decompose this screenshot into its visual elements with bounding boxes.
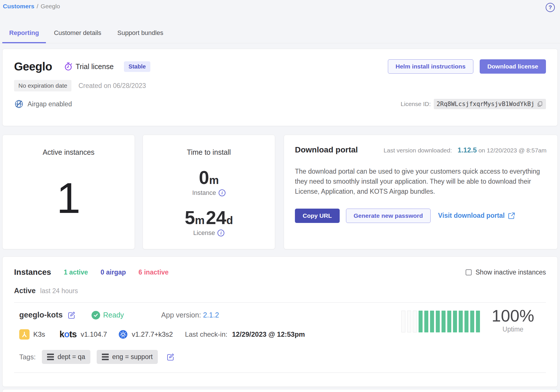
kots-logo: kots [59, 329, 77, 340]
tag-icon [47, 354, 54, 360]
license-install-label: License [193, 229, 215, 237]
help-icon[interactable]: ? [546, 3, 555, 12]
active-instances-card: Active instances 1 [2, 135, 135, 249]
download-portal-description: The download portal can be used to give … [295, 166, 549, 197]
active-section-label: Active [14, 287, 36, 295]
generate-new-password-button[interactable]: Generate new password [346, 209, 431, 223]
uptime-bar-filled [436, 311, 440, 332]
time-to-install-card: Time to install 0m Instance i 5m 24d Lic… [143, 135, 275, 249]
active-section-sublabel: last 24 hours [40, 287, 78, 295]
uptime-summary: 100% Uptime [489, 307, 537, 333]
uptime-bar-filled [470, 311, 474, 332]
license-info-icon[interactable]: i [217, 230, 224, 236]
uptime-bar-filled [442, 311, 446, 332]
airgap-globe-icon [14, 99, 24, 109]
breadcrumb-current: Geeglo [41, 3, 60, 10]
copy-icon[interactable] [537, 101, 543, 107]
uptime-bar-filled [464, 311, 468, 332]
copy-url-button[interactable]: Copy URL [295, 209, 340, 223]
instances-title: Instances [14, 268, 51, 277]
k8s-version: v1.27.7+k3s2 [132, 330, 173, 338]
k3s-icon [19, 329, 30, 340]
active-instances-title: Active instances [3, 148, 135, 156]
time-to-install-title: Time to install [143, 148, 275, 156]
active-instances-value: 1 [3, 177, 135, 219]
customer-header-card: Geeglo Trial license Stable Helm install… [2, 49, 558, 126]
tab-support-bundles[interactable]: Support bundles [109, 25, 171, 43]
uptime-bar-empty [401, 311, 405, 332]
edit-instance-name-icon[interactable] [67, 311, 75, 319]
breadcrumb: Customers / Geeglo [3, 3, 60, 10]
download-license-button[interactable]: Download license [480, 59, 546, 74]
last-version-link[interactable]: 1.12.5 [458, 146, 477, 154]
last-checkin-label: Last check-in: [185, 330, 228, 338]
tag-icon [102, 354, 109, 360]
created-date: Created on 06/28/2023 [78, 82, 146, 90]
last-version-downloaded: Last version downloaded: 1.12.5 on 12/20… [384, 146, 547, 154]
uptime-bar-filled [453, 311, 457, 332]
uptime-bar-empty [407, 311, 411, 332]
instance-name: geeglo-kots [19, 311, 63, 320]
distribution: K3s [19, 329, 45, 340]
airgap-count[interactable]: 0 airgap [101, 268, 126, 276]
edit-tags-icon[interactable] [166, 353, 174, 361]
license-install-time: 5m 24d [143, 209, 275, 227]
uptime-bar-empty [413, 311, 417, 332]
show-inactive-label: Show inactive instances [476, 268, 546, 276]
customer-name: Geeglo [14, 60, 52, 73]
tab-bar: Reporting Customer details Support bundl… [0, 25, 560, 43]
instance-status: Ready [92, 311, 124, 320]
trial-timer-icon [64, 62, 73, 71]
app-version: App version: 2.1.2 [161, 311, 219, 319]
instance-install-label: Instance [192, 189, 216, 197]
inactive-count[interactable]: 6 inactive [139, 268, 169, 276]
download-portal-card: Download portal Last version downloaded:… [284, 135, 558, 249]
active-count[interactable]: 1 active [64, 268, 88, 276]
uptime-bar-filled [419, 311, 423, 332]
helm-install-instructions-button[interactable]: Helm install instructions [388, 59, 473, 74]
license-type-label: Trial license [76, 62, 114, 71]
tab-reporting[interactable]: Reporting [2, 25, 46, 43]
instance-install-time: 0m [143, 168, 275, 187]
uptime-label: Uptime [489, 326, 537, 333]
expiration-badge: No expiration date [14, 80, 71, 91]
breadcrumb-customers-link[interactable]: Customers [3, 3, 34, 10]
uptime-bar-filled [447, 311, 451, 332]
instances-card: Instances 1 active 0 airgap 6 inactive S… [2, 256, 558, 387]
download-portal-title: Download portal [295, 145, 358, 154]
ready-check-icon [92, 311, 100, 320]
tag-dept-qa: dept = qa [42, 350, 90, 364]
uptime-bar-filled [459, 311, 463, 332]
license-id-value: 2Rq8WLcsjfxqrMysjvB1WodYkBj [437, 101, 534, 107]
uptime-bar-filled [424, 311, 428, 332]
license-id-label: License ID: [401, 101, 431, 107]
instance-row: geeglo-kots Ready App version: 2.1.2 [14, 303, 546, 364]
instance-info-icon[interactable]: i [219, 189, 225, 196]
uptime-bar-filled [430, 311, 434, 332]
kots-version: v1.104.7 [81, 330, 107, 338]
airgap-label: Airgap enabled [28, 100, 72, 108]
last-checkin-value: 12/29/2023 @ 12:53pm [232, 330, 305, 338]
show-inactive-toggle[interactable]: Show inactive instances [466, 268, 546, 276]
show-inactive-checkbox[interactable] [466, 269, 472, 275]
tag-eng-support: eng = support [97, 350, 158, 364]
uptime-bars [401, 311, 480, 332]
breadcrumb-separator: / [37, 3, 38, 10]
uptime-bar-filled [476, 311, 480, 332]
tags-label: Tags: [19, 353, 36, 361]
app-version-link[interactable]: 2.1.2 [203, 311, 219, 319]
kubernetes-icon [118, 330, 128, 339]
next-card-partial [2, 389, 558, 392]
tab-customer-details[interactable]: Customer details [46, 25, 109, 43]
divider [14, 373, 546, 373]
external-link-icon [508, 212, 515, 219]
uptime-percent: 100% [489, 307, 537, 325]
visit-download-portal-link[interactable]: Visit download portal [438, 212, 515, 219]
channel-badge: Stable [124, 61, 150, 72]
